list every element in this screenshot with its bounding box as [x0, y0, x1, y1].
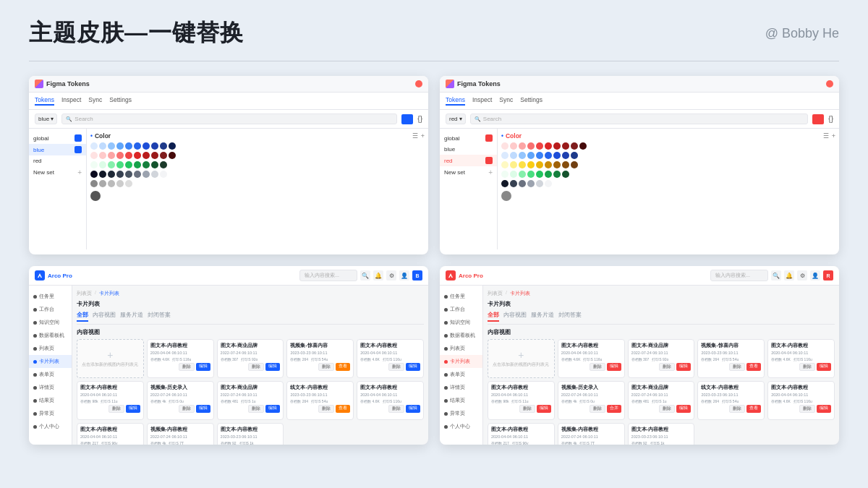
- arco-edit-btn-b5[interactable]: 编辑: [406, 405, 420, 413]
- color-dot[interactable]: [579, 142, 587, 150]
- figma-nav-settings-red[interactable]: Settings: [520, 96, 542, 106]
- figma-theme-select[interactable]: blue ▾: [35, 114, 57, 124]
- figma-nav-tokens[interactable]: Tokens: [35, 96, 54, 106]
- color-dot[interactable]: [99, 180, 106, 187]
- arco-nav-result-red[interactable]: 结果页: [440, 394, 482, 407]
- color-dot[interactable]: [99, 161, 106, 168]
- color-dot[interactable]: [108, 161, 115, 168]
- color-dot[interactable]: [142, 171, 150, 178]
- arco-delete-btn-rb4[interactable]: 删除: [729, 405, 745, 413]
- figma-close-btn[interactable]: [415, 80, 422, 87]
- figma-search-bar[interactable]: 🔍 Search: [61, 114, 397, 124]
- arco-view-btn-rb4[interactable]: 查看: [746, 405, 761, 413]
- color-dot[interactable]: [108, 142, 115, 150]
- figma-add-icon[interactable]: +: [77, 168, 82, 176]
- arco-nav-dashboard[interactable]: 数据看板机: [29, 329, 72, 342]
- arco-delete-btn-b3[interactable]: 删除: [248, 405, 264, 413]
- color-dot[interactable]: [545, 180, 552, 187]
- color-dot[interactable]: [527, 171, 535, 178]
- color-dot[interactable]: [562, 152, 569, 159]
- arco-edit-btn-4[interactable]: 编辑: [406, 363, 420, 371]
- arco-edit-btn-b2[interactable]: 编辑: [196, 405, 210, 413]
- color-dot[interactable]: [536, 142, 543, 150]
- color-dot[interactable]: [160, 171, 167, 178]
- arco-nav-profile[interactable]: 个人中心: [29, 420, 72, 433]
- arco-delete-btn-rb5[interactable]: 删除: [799, 405, 815, 413]
- color-dot[interactable]: [527, 180, 535, 187]
- color-dot[interactable]: [160, 142, 167, 150]
- color-dot[interactable]: [519, 142, 526, 150]
- figma-sidebar-newset[interactable]: New set +: [29, 166, 86, 179]
- arco-tab-content[interactable]: 内容视图: [93, 312, 116, 322]
- color-dot[interactable]: [116, 142, 124, 150]
- arco-edit-btn-rb1[interactable]: 编辑: [537, 405, 551, 413]
- color-dot[interactable]: [90, 161, 98, 168]
- color-dot[interactable]: [553, 171, 561, 178]
- color-dot[interactable]: [510, 161, 517, 168]
- color-dot[interactable]: [562, 171, 569, 178]
- figma-sidebar-global[interactable]: global: [29, 132, 86, 144]
- color-dot[interactable]: [527, 161, 535, 168]
- arco-delete-btn-b2[interactable]: 删除: [179, 405, 195, 413]
- color-dot[interactable]: [562, 161, 569, 168]
- color-dot[interactable]: [116, 180, 124, 187]
- figma-sidebar-global-red[interactable]: global: [440, 132, 497, 144]
- arco-tab-closed[interactable]: 封闭答案: [148, 312, 171, 322]
- color-dot[interactable]: [571, 161, 578, 168]
- figma-add-section-icon[interactable]: +: [421, 132, 425, 140]
- arco-delete-btn-b4[interactable]: 删除: [318, 405, 334, 413]
- arco-search-blue[interactable]: 输入内容搜索...: [299, 270, 357, 281]
- figma-close-btn-red[interactable]: [826, 80, 833, 87]
- color-dot[interactable]: [510, 152, 517, 159]
- arco-nav-cardlist[interactable]: 卡片列表: [29, 355, 72, 368]
- color-dot[interactable]: [90, 180, 98, 187]
- arco-nav-listpage-red[interactable]: 列表页: [440, 342, 482, 355]
- color-dot[interactable]: [545, 161, 552, 168]
- figma-theme-btn[interactable]: [401, 114, 413, 124]
- arco-nav-dashboard-red[interactable]: 数据看板机: [440, 329, 482, 342]
- figma-nav-sync[interactable]: Sync: [88, 96, 102, 106]
- arco-delete-btn-2[interactable]: 删除: [248, 363, 264, 371]
- color-dot[interactable]: [501, 171, 509, 178]
- color-dot[interactable]: [116, 152, 124, 159]
- color-dot[interactable]: [151, 142, 158, 150]
- figma-sidebar-blue-red[interactable]: blue: [440, 144, 497, 155]
- arco-delete-btn-r3[interactable]: 删除: [729, 363, 745, 371]
- arco-tab-service-red[interactable]: 服务片道: [531, 312, 554, 322]
- arco-nav-form[interactable]: 表单页: [29, 368, 72, 381]
- arco-add-card-red[interactable]: + 点击添加新的视图内容列表元: [488, 339, 555, 378]
- arco-delete-btn-r1[interactable]: 删除: [590, 363, 605, 371]
- arco-nav-cardlist-red[interactable]: 卡片列表: [440, 355, 482, 368]
- figma-nav-sync-red[interactable]: Sync: [499, 96, 513, 106]
- arco-nav-detail[interactable]: 详情页: [29, 381, 72, 394]
- color-dot[interactable]: [519, 152, 526, 159]
- color-dot[interactable]: [510, 180, 517, 187]
- color-dot[interactable]: [553, 152, 561, 159]
- color-dot[interactable]: [160, 152, 167, 159]
- arco-user-btn-red[interactable]: 👤: [810, 270, 820, 281]
- arco-nav-exception[interactable]: 异常页: [29, 407, 72, 420]
- color-dot[interactable]: [545, 152, 552, 159]
- arco-nav-result[interactable]: 结果页: [29, 394, 72, 407]
- color-dot[interactable]: [510, 171, 517, 178]
- arco-search-btn-red[interactable]: 🔍: [771, 270, 781, 281]
- color-dot[interactable]: [151, 171, 158, 178]
- arco-nav-knowledge[interactable]: 知识空间: [29, 316, 72, 329]
- color-dot[interactable]: [134, 171, 141, 178]
- arco-edit-btn-b1[interactable]: 编辑: [126, 405, 140, 413]
- arco-theme-btn-red[interactable]: R: [823, 270, 833, 281]
- arco-view-btn-b4[interactable]: 查看: [336, 405, 350, 413]
- arco-add-card-blue[interactable]: + 点击添加新的视图内容列表元: [77, 339, 144, 378]
- color-dot[interactable]: [571, 152, 578, 159]
- color-dot[interactable]: [169, 152, 176, 159]
- arco-delete-btn-b5[interactable]: 删除: [388, 405, 404, 413]
- color-dot[interactable]: [108, 180, 115, 187]
- color-dot[interactable]: [169, 142, 176, 150]
- figma-sidebar-red-active[interactable]: red: [440, 155, 497, 166]
- arco-view-btn-3[interactable]: 查看: [336, 363, 350, 371]
- figma-sidebar-red-item[interactable]: red: [29, 155, 86, 166]
- color-dot[interactable]: [160, 161, 167, 168]
- figma-list-icon[interactable]: ☰: [412, 132, 418, 140]
- arco-nav-detail-red[interactable]: 详情页: [440, 381, 482, 394]
- arco-delete-btn-b1[interactable]: 删除: [109, 405, 124, 413]
